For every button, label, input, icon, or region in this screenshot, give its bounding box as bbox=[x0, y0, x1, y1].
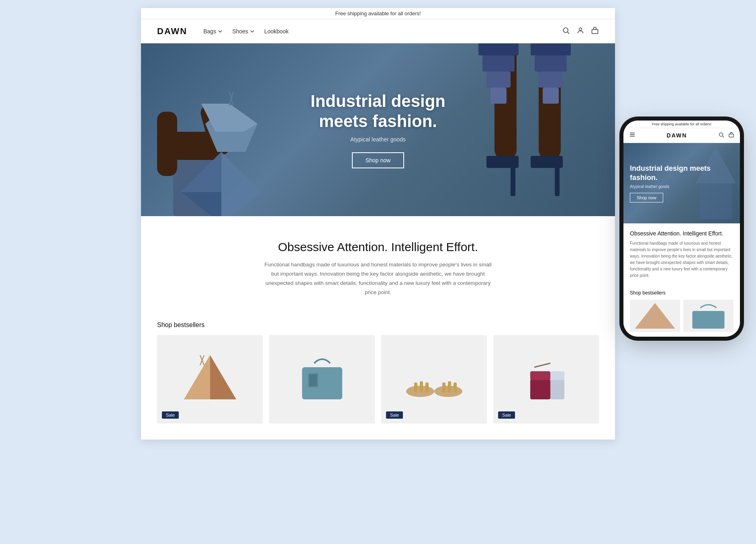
product-card-2[interactable] bbox=[269, 335, 375, 423]
svg-rect-40 bbox=[309, 374, 317, 386]
svg-marker-35 bbox=[184, 355, 210, 399]
svg-rect-28 bbox=[490, 88, 507, 104]
header-left: DAWN Bags Shoes Lookbook bbox=[157, 26, 289, 37]
bestsellers-title: Shop bestsellers bbox=[157, 321, 599, 329]
product-bag-1-icon bbox=[180, 351, 240, 407]
phone-product-1[interactable] bbox=[630, 300, 680, 332]
svg-rect-63 bbox=[693, 311, 725, 329]
phone-hero: Industrial design meets fashion. Atypica… bbox=[623, 143, 740, 223]
product-card-3[interactable]: Sale bbox=[381, 335, 487, 423]
svg-line-58 bbox=[722, 136, 723, 137]
phone-bestsellers-title: Shop bestsellers bbox=[630, 290, 734, 296]
info-section: Obsessive Attention. Intelligent Effort.… bbox=[141, 216, 615, 313]
hero-title: Industrial designmeets fashion. bbox=[311, 91, 445, 132]
svg-rect-47 bbox=[448, 381, 451, 393]
hero-visual-left bbox=[149, 51, 302, 216]
logo[interactable]: DAWN bbox=[157, 26, 187, 37]
phone-cart-icon[interactable] bbox=[728, 132, 734, 139]
hero-content: Industrial designmeets fashion. Atypical… bbox=[311, 91, 445, 169]
svg-rect-42 bbox=[414, 382, 417, 393]
chevron-down-icon bbox=[218, 29, 223, 34]
svg-rect-59 bbox=[729, 134, 734, 137]
phone-header-icons bbox=[718, 132, 734, 139]
phone-info-description: Functional handbags made of luxurious an… bbox=[630, 240, 734, 279]
main-nav: Bags Shoes Lookbook bbox=[203, 28, 288, 35]
svg-rect-46 bbox=[442, 382, 445, 393]
svg-rect-10 bbox=[157, 112, 177, 176]
svg-rect-43 bbox=[420, 381, 423, 393]
phone-hamburger-icon[interactable] bbox=[629, 131, 635, 139]
product-bag-2-icon bbox=[294, 351, 350, 407]
phone-header: DAWN bbox=[623, 128, 740, 143]
header-icons bbox=[562, 27, 599, 36]
product-mini-bag-icon bbox=[518, 355, 574, 403]
account-icon[interactable] bbox=[576, 27, 584, 36]
cart-icon[interactable] bbox=[591, 27, 599, 36]
svg-marker-34 bbox=[210, 355, 236, 399]
phone-logo[interactable]: DAWN bbox=[667, 132, 687, 139]
svg-line-1 bbox=[568, 32, 570, 34]
chevron-down-icon bbox=[250, 29, 255, 34]
svg-rect-31 bbox=[539, 72, 563, 88]
info-description: Functional handbags made of luxurious an… bbox=[262, 260, 494, 297]
product-image-4 bbox=[493, 335, 599, 423]
phone-inner: Free shipping available for all orders! … bbox=[623, 121, 740, 337]
phone-announcement-text: Free shipping available for all orders! bbox=[652, 122, 711, 126]
phone-info-title: Obsessive Attention. Intelligent Effort. bbox=[630, 230, 734, 237]
phone-product-2[interactable] bbox=[683, 300, 734, 332]
phone-hero-title: Industrial design meets fashion. bbox=[630, 164, 734, 182]
phone-hero-subtitle: Atypical leather goods bbox=[630, 184, 734, 189]
svg-rect-53 bbox=[550, 371, 564, 380]
desktop-site: Free shipping available for all orders! … bbox=[141, 8, 615, 440]
hero-shop-now-button[interactable]: Shop now bbox=[352, 152, 404, 168]
svg-marker-62 bbox=[635, 303, 675, 329]
hero-visual-right bbox=[478, 43, 607, 208]
product-sandals-icon bbox=[402, 355, 466, 403]
phone-search-icon[interactable] bbox=[718, 132, 724, 139]
phone-shop-now-button[interactable]: Shop now bbox=[630, 193, 663, 202]
svg-rect-32 bbox=[543, 88, 559, 104]
svg-rect-29 bbox=[531, 43, 571, 55]
svg-rect-51 bbox=[550, 379, 564, 399]
search-icon[interactable] bbox=[562, 27, 570, 36]
sale-badge-1: Sale bbox=[162, 411, 179, 419]
product-image-2 bbox=[269, 335, 375, 423]
svg-rect-24 bbox=[555, 160, 560, 196]
product-image-3 bbox=[381, 335, 487, 423]
nav-shoes[interactable]: Shoes bbox=[232, 28, 255, 35]
svg-point-0 bbox=[563, 28, 568, 33]
phone-hero-content: Industrial design meets fashion. Atypica… bbox=[630, 164, 734, 202]
nav-bags[interactable]: Bags bbox=[203, 28, 223, 35]
svg-rect-50 bbox=[530, 379, 550, 399]
mobile-mockup: Free shipping available for all orders! … bbox=[623, 121, 740, 337]
announcement-bar: Free shipping available for all orders! bbox=[141, 8, 615, 19]
sale-badge-4: Sale bbox=[498, 411, 515, 419]
svg-rect-22 bbox=[511, 160, 515, 196]
svg-rect-26 bbox=[482, 55, 515, 72]
phone-bestsellers: Shop bestsellers bbox=[623, 285, 740, 337]
svg-rect-52 bbox=[530, 371, 550, 380]
phone-products-grid bbox=[630, 300, 734, 332]
nav-lookbook[interactable]: Lookbook bbox=[264, 28, 289, 35]
svg-rect-30 bbox=[535, 55, 567, 72]
svg-point-57 bbox=[719, 133, 723, 136]
svg-rect-48 bbox=[454, 382, 457, 393]
hero-subtitle: Atypical leather goods bbox=[311, 136, 445, 143]
bestsellers-section: Shop bestsellers Sale bbox=[141, 313, 615, 440]
product-card-1[interactable]: Sale bbox=[157, 335, 263, 423]
info-title: Obsessive Attention. Intelligent Effort. bbox=[173, 240, 583, 254]
hero-section: Industrial designmeets fashion. Atypical… bbox=[141, 43, 615, 216]
svg-rect-44 bbox=[425, 382, 429, 393]
site-header: DAWN Bags Shoes Lookbook bbox=[141, 19, 615, 43]
svg-line-49 bbox=[534, 363, 550, 367]
product-card-4[interactable]: Sale bbox=[493, 335, 599, 423]
announcement-text: Free shipping available for all orders! bbox=[335, 10, 421, 16]
phone-announcement: Free shipping available for all orders! bbox=[623, 121, 740, 128]
svg-point-2 bbox=[579, 28, 582, 31]
sale-badge-3: Sale bbox=[386, 411, 403, 419]
svg-rect-3 bbox=[592, 29, 598, 33]
product-image-1 bbox=[157, 335, 263, 423]
svg-rect-27 bbox=[486, 72, 511, 88]
phone-info: Obsessive Attention. Intelligent Effort.… bbox=[623, 223, 740, 285]
products-grid: Sale bbox=[157, 335, 599, 423]
